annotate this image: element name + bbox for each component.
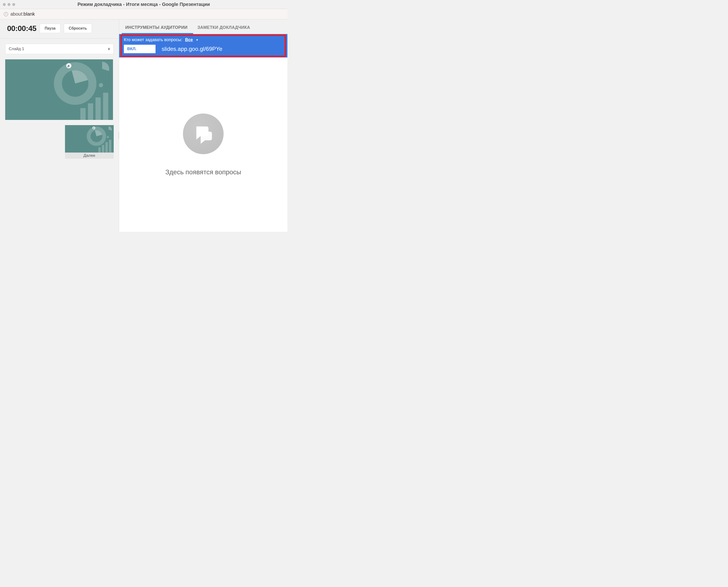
slide-selector-label: Слайд 1 — [9, 47, 24, 51]
questions-empty-state: Здесь появятся вопросы — [119, 57, 287, 232]
chevron-down-icon[interactable]: ▼ — [196, 38, 198, 42]
presenter-right-panel: ИНСТРУМЕНТЫ АУДИТОРИИ ЗАМЕТКИ ДОКЛАДЧИКА… — [119, 19, 287, 232]
presenter-left-panel: 00:00:45 Пауза Сбросить Слайд 1 ▲▼ 🔊 — [0, 19, 119, 232]
next-slide-section: 🔊 Далее — [0, 125, 119, 159]
url-text: about:blank — [10, 11, 35, 17]
qa-audience-dropdown[interactable]: Все — [185, 38, 193, 42]
accepting-questions-toggle[interactable]: ВКЛ. — [124, 45, 155, 53]
tabs-bar: ИНСТРУМЕНТЫ АУДИТОРИИ ЗАМЕТКИ ДОКЛАДЧИКА — [119, 19, 287, 34]
window-titlebar: Режим докладчика - Итоги месяца - Google… — [0, 0, 287, 9]
questions-empty-text: Здесь появятся вопросы — [166, 168, 241, 176]
close-window-icon[interactable] — [3, 3, 6, 6]
maximize-window-icon[interactable] — [12, 3, 15, 6]
pause-button[interactable]: Пауза — [40, 24, 60, 33]
url-scheme: about: — [10, 11, 24, 17]
toggle-on-label: ВКЛ. — [124, 47, 137, 51]
window-title: Режим докладчика - Итоги месяца - Google… — [0, 2, 287, 7]
chat-icon — [183, 114, 224, 154]
current-slide-preview[interactable]: 🔊 — [5, 60, 113, 120]
timer-row: 00:00:45 Пауза Сбросить — [0, 19, 119, 39]
qa-who-label: Кто может задавать вопросы: — [124, 38, 182, 42]
audio-icon: 🔊 — [92, 126, 95, 130]
qa-banner: Кто может задавать вопросы: Все ▼ ВКЛ. s… — [119, 34, 287, 57]
url-path: blank — [24, 11, 35, 17]
address-bar[interactable]: i about:blank — [0, 9, 287, 19]
updown-icon: ▲▼ — [108, 48, 110, 50]
next-slide-label: Далее — [65, 152, 114, 159]
window-controls[interactable] — [3, 3, 15, 6]
site-info-icon[interactable]: i — [4, 12, 8, 16]
tab-speaker-notes[interactable]: ЗАМЕТКИ ДОКЛАДЧИКА — [197, 25, 250, 30]
qa-audience-value: Все — [185, 38, 193, 42]
reset-button[interactable]: Сбросить — [64, 24, 92, 33]
audio-icon: 🔊 — [66, 63, 71, 68]
tab-audience-tools[interactable]: ИНСТРУМЕНТЫ АУДИТОРИИ — [125, 25, 188, 30]
minimize-window-icon[interactable] — [7, 3, 10, 6]
qa-short-url[interactable]: slides.app.goo.gl/69PYe — [162, 46, 222, 52]
timer-value: 00:00:45 — [7, 24, 37, 33]
slide-selector-dropdown[interactable]: Слайд 1 ▲▼ — [5, 44, 114, 54]
next-slide-preview[interactable]: 🔊 — [65, 125, 114, 152]
panel-resize-handle[interactable] — [118, 133, 120, 138]
